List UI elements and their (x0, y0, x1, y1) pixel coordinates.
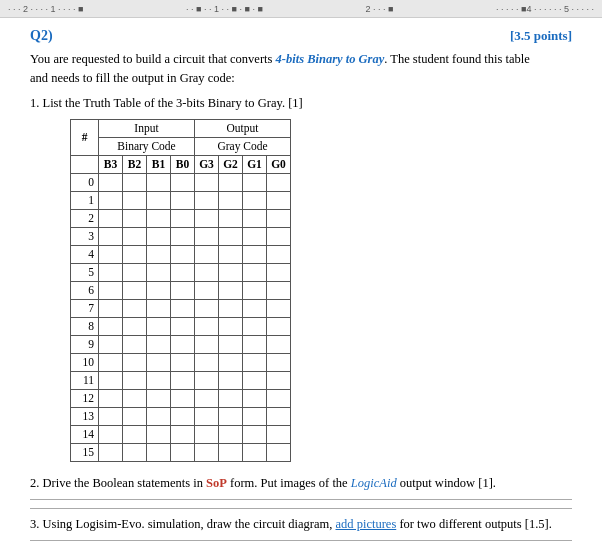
page-content: Q2) [3.5 points] You are requested to bu… (0, 18, 602, 544)
row-num: 13 (71, 407, 99, 425)
row-num: 8 (71, 317, 99, 335)
desc-text-2: . The student found this table (384, 52, 530, 66)
sub3-text: 3. Using Logisim-Evo. simulation, draw t… (30, 517, 336, 531)
divider-1 (30, 499, 572, 500)
table-row: 11 (71, 371, 291, 389)
sub1-text: 1. List the Truth Table of the 3-bits Bi… (30, 96, 303, 110)
table-row: 15 (71, 443, 291, 461)
question-header: Q2) [3.5 points] (30, 28, 572, 44)
row-num: 6 (71, 281, 99, 299)
col-g0: G0 (267, 155, 291, 173)
table-row: 12 (71, 389, 291, 407)
sub-question-2: 2. Drive the Boolean statements in SoP f… (30, 476, 572, 491)
desc-text-1: You are requested to build a circuit tha… (30, 52, 276, 66)
sub-question-1: 1. List the Truth Table of the 3-bits Bi… (30, 96, 572, 111)
table-row: 14 (71, 425, 291, 443)
table-row: 5 (71, 263, 291, 281)
gray-code-header: Gray Code (195, 137, 291, 155)
truth-table-container: # Input Output Binary Code Gray Code B3 … (70, 119, 572, 462)
ruler-mark: · · · 2 · · · · 1 · · · · ■ (8, 4, 83, 14)
table-row: 4 (71, 245, 291, 263)
col-b1: B1 (147, 155, 171, 173)
row-num: 10 (71, 353, 99, 371)
hash-col-label (71, 155, 99, 173)
desc-bold: 4-bits Binary to Gray (276, 52, 385, 66)
table-row: 3 (71, 227, 291, 245)
hash-header: # (71, 119, 99, 155)
table-row: 8 (71, 317, 291, 335)
divider-2 (30, 508, 572, 509)
table-row: 13 (71, 407, 291, 425)
question-label: Q2) (30, 28, 53, 44)
row-num: 11 (71, 371, 99, 389)
sub2-end: output window [1]. (397, 476, 496, 490)
col-label-row: B3 B2 B1 B0 G3 G2 G1 G0 (71, 155, 291, 173)
header-row-2: Binary Code Gray Code (71, 137, 291, 155)
sub2-sop: SoP (206, 476, 227, 490)
row-num: 3 (71, 227, 99, 245)
sub2-logicaid: LogicAid (351, 476, 397, 490)
header-row-1: # Input Output (71, 119, 291, 137)
col-g2: G2 (219, 155, 243, 173)
col-b3: B3 (99, 155, 123, 173)
table-row: 2 (71, 209, 291, 227)
row-num: 1 (71, 191, 99, 209)
row-num: 12 (71, 389, 99, 407)
ruler-mark: 2 · · · ■ (365, 4, 393, 14)
row-num: 5 (71, 263, 99, 281)
col-b0: B0 (171, 155, 195, 173)
row-num: 7 (71, 299, 99, 317)
table-row: 0 (71, 173, 291, 191)
sub3-end: for two different outputs [1.5]. (396, 517, 552, 531)
sub3-link[interactable]: add pictures (336, 517, 397, 531)
sub-question-3: 3. Using Logisim-Evo. simulation, draw t… (30, 517, 572, 532)
divider-3 (30, 540, 572, 541)
row-num: 2 (71, 209, 99, 227)
row-num: 4 (71, 245, 99, 263)
sub2-rest: form. Put images of the (227, 476, 351, 490)
ruler: · · · 2 · · · · 1 · · · · ■ · · ■ · · 1 … (0, 0, 602, 18)
question-description: You are requested to build a circuit tha… (30, 50, 572, 88)
col-g3: G3 (195, 155, 219, 173)
binary-code-header: Binary Code (99, 137, 195, 155)
col-g1: G1 (243, 155, 267, 173)
input-header: Input (99, 119, 195, 137)
desc-text-3: and needs to fill the output in Gray cod… (30, 71, 235, 85)
ruler-mark: · · · · · ■4 · · · · · · 5 · · · · · (496, 4, 594, 14)
output-header: Output (195, 119, 291, 137)
table-row: 1 (71, 191, 291, 209)
ruler-mark: · · ■ · · 1 · · ■ · ■ · ■ (186, 4, 263, 14)
table-row: 6 (71, 281, 291, 299)
col-b2: B2 (123, 155, 147, 173)
table-row: 9 (71, 335, 291, 353)
table-row: 7 (71, 299, 291, 317)
sub2-text: 2. Drive the Boolean statements in (30, 476, 206, 490)
truth-table: # Input Output Binary Code Gray Code B3 … (70, 119, 291, 462)
row-num: 9 (71, 335, 99, 353)
table-row: 10 (71, 353, 291, 371)
row-num: 15 (71, 443, 99, 461)
question-points: [3.5 points] (510, 28, 572, 44)
row-num: 0 (71, 173, 99, 191)
row-num: 14 (71, 425, 99, 443)
